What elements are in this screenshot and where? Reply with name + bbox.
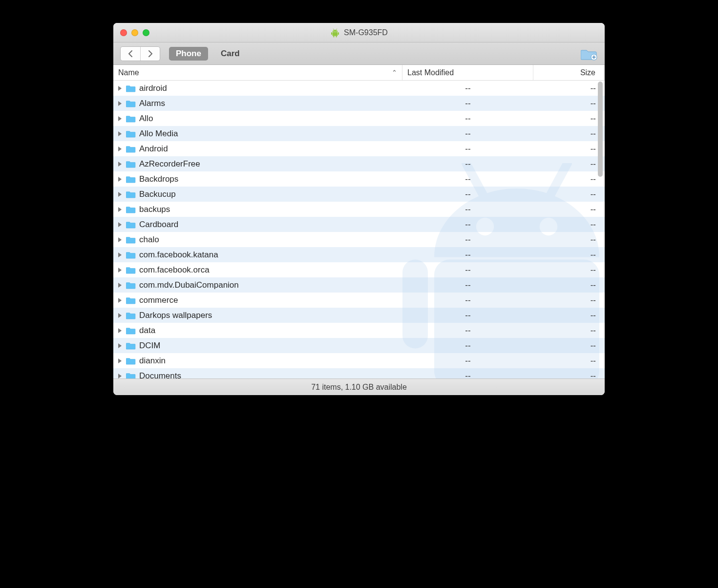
file-size: -- [533,159,605,169]
disclosure-triangle-icon[interactable] [118,358,122,363]
folder-icon [126,357,136,365]
titlebar: SM-G935FD [113,23,605,42]
column-header-name[interactable]: Name ⌃ [113,65,402,80]
table-row[interactable]: DCIM---- [113,338,605,353]
folder-icon [126,342,136,350]
table-row[interactable]: chalo---- [113,232,605,247]
file-name: Backucup [139,189,176,199]
file-name: com.mdv.DubaiCompanion [139,280,239,290]
table-row[interactable]: data---- [113,323,605,338]
file-modified: -- [402,159,533,169]
file-modified: -- [402,235,533,245]
disclosure-triangle-icon[interactable] [118,313,122,318]
disclosure-triangle-icon[interactable] [118,222,122,227]
file-size: -- [533,371,605,379]
svg-rect-3 [333,36,334,38]
forward-button[interactable] [140,47,160,61]
new-folder-button[interactable] [580,46,598,61]
column-header-modified[interactable]: Last Modified [402,65,533,80]
file-size: -- [533,356,605,366]
svg-point-8 [336,30,337,31]
table-row[interactable]: Allo---- [113,111,605,126]
file-name: commerce [139,295,178,305]
disclosure-triangle-icon[interactable] [118,268,122,273]
file-size: -- [533,99,605,108]
file-name: Backdrops [139,174,178,184]
folder-icon [126,145,136,153]
file-size: -- [533,235,605,245]
file-name: Documents [139,371,181,379]
disclosure-triangle-icon[interactable] [118,343,122,348]
file-name: data [139,326,155,336]
file-size: -- [533,114,605,124]
table-row[interactable]: Alarms---- [113,96,605,111]
disclosure-triangle-icon[interactable] [118,192,122,197]
column-header: Name ⌃ Last Modified Size [113,65,605,81]
disclosure-triangle-icon[interactable] [118,252,122,257]
disclosure-triangle-icon[interactable] [118,328,122,333]
table-row[interactable]: dianxin---- [113,353,605,368]
column-header-size[interactable]: Size [533,65,605,80]
file-modified: -- [402,280,533,290]
table-row[interactable]: Allo Media---- [113,126,605,141]
table-row[interactable]: backups---- [113,202,605,217]
zoom-button[interactable] [143,29,149,36]
disclosure-triangle-icon[interactable] [118,162,122,167]
disclosure-triangle-icon[interactable] [118,283,122,288]
minimize-button[interactable] [131,29,138,36]
disclosure-triangle-icon[interactable] [118,101,122,106]
table-row[interactable]: com.facebook.orca---- [113,262,605,277]
file-modified: -- [402,84,533,93]
table-row[interactable]: Backucup---- [113,187,605,202]
file-modified: -- [402,356,533,366]
table-row[interactable]: commerce---- [113,293,605,308]
file-size: -- [533,265,605,275]
disclosure-triangle-icon[interactable] [118,298,122,303]
vertical-scrollbar[interactable] [597,81,604,378]
disclosure-triangle-icon[interactable] [118,131,122,136]
table-row[interactable]: com.mdv.DubaiCompanion---- [113,277,605,293]
table-row[interactable]: Backdrops---- [113,171,605,187]
file-name: Allo [139,114,153,124]
table-row[interactable]: Darkops wallpapers---- [113,308,605,323]
folder-icon [126,312,136,319]
file-size: -- [533,311,605,320]
file-modified: -- [402,295,533,305]
disclosure-triangle-icon[interactable] [118,177,122,182]
folder-icon [126,84,136,92]
disclosure-triangle-icon[interactable] [118,116,122,121]
file-modified: -- [402,129,533,139]
storage-tab-card[interactable]: Card [217,47,244,61]
disclosure-triangle-icon[interactable] [118,374,122,378]
window-title: SM-G935FD [344,28,388,37]
file-name: Cardboard [139,220,178,230]
disclosure-triangle-icon[interactable] [118,237,122,242]
svg-line-6 [337,29,337,30]
close-button[interactable] [120,29,127,36]
table-row[interactable]: com.facebook.katana---- [113,247,605,262]
file-name: Darkops wallpapers [139,311,212,320]
table-row[interactable]: airdroid---- [113,81,605,96]
svg-rect-2 [338,32,339,35]
table-row[interactable]: AzRecorderFree---- [113,156,605,171]
file-modified: -- [402,341,533,351]
folder-icon [126,130,136,138]
table-row[interactable]: Documents---- [113,368,605,378]
toolbar: Phone Card [113,42,605,65]
table-row[interactable]: Android---- [113,141,605,156]
file-name: Alarms [139,99,165,108]
scrollbar-thumb[interactable] [598,82,603,177]
disclosure-triangle-icon[interactable] [118,207,122,212]
svg-point-7 [334,30,334,31]
file-size: -- [533,129,605,139]
finder-window: SM-G935FD Phone Card Name ⌃ L [113,23,605,395]
storage-tab-phone[interactable]: Phone [169,47,208,61]
disclosure-triangle-icon[interactable] [118,86,122,91]
folder-icon [126,296,136,304]
file-modified: -- [402,205,533,214]
back-button[interactable] [121,47,140,61]
table-row[interactable]: Cardboard---- [113,217,605,232]
folder-icon [126,251,136,259]
file-name: Allo Media [139,129,178,139]
disclosure-triangle-icon[interactable] [118,147,122,151]
